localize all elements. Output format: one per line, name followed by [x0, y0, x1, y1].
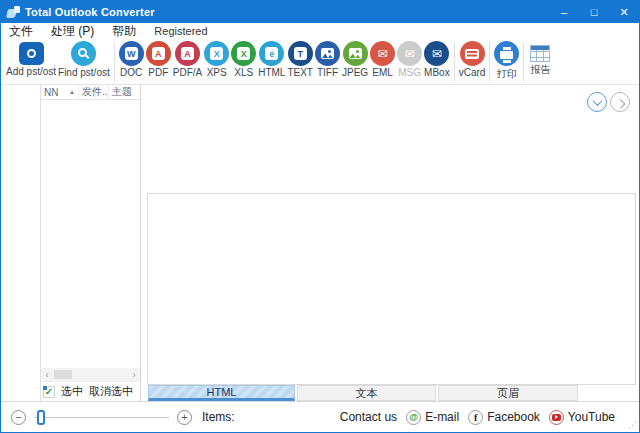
- toolbar-divider: [114, 42, 115, 82]
- html-preview-area[interactable]: [147, 193, 636, 385]
- folder-tree-panel[interactable]: [1, 85, 41, 401]
- toolbar-label-doc: DOC: [120, 67, 142, 78]
- toolbar-label-: 报告: [530, 63, 550, 77]
- message-header-area: [141, 85, 639, 193]
- window-controls: – □ ✕: [549, 1, 639, 23]
- outlook-add-icon: [19, 42, 44, 65]
- menu-file[interactable]: 文件: [9, 23, 33, 40]
- preview-tabs: HTML 文本 页眉: [141, 385, 639, 401]
- list-header: NN ▲ 发件... 主题: [41, 85, 140, 100]
- msg-icon: ✉: [397, 41, 422, 66]
- toolbar-item-add-pst-ost[interactable]: Add pst/ost: [5, 41, 57, 77]
- tab-html[interactable]: HTML: [148, 385, 295, 401]
- toolbar: Add pst/ostFind pst/ostWDOCAPDFAPDF/AXXP…: [1, 39, 639, 85]
- toolbar-item-[interactable]: 报告: [527, 41, 553, 77]
- scroll-right-icon[interactable]: ›: [128, 370, 140, 380]
- search-icon: [71, 41, 96, 66]
- maximize-button[interactable]: □: [579, 1, 609, 23]
- slider-thumb[interactable]: [37, 410, 45, 425]
- resize-grip[interactable]: ⋰: [628, 420, 637, 430]
- sort-asc-icon: ▲: [69, 89, 75, 95]
- status-bar: − + Items: Contact us @ E-mail f Faceboo…: [1, 401, 639, 432]
- toolbar-divider: [489, 42, 490, 82]
- chevron-down-icon: [592, 96, 602, 106]
- email-link[interactable]: @ E-mail: [406, 410, 459, 425]
- toolbar-label-pdf-a: PDF/A: [173, 67, 202, 78]
- toolbar-label-text: TEXT: [287, 67, 313, 78]
- pdf-icon: A: [146, 41, 171, 66]
- toolbar-item-pdf-a[interactable]: APDF/A: [172, 41, 203, 78]
- tiff-icon: [315, 41, 340, 66]
- preview-panel: HTML 文本 页眉: [141, 85, 639, 401]
- content-area: NN ▲ 发件... 主题 ‹ › ✓ 选中 取消选中: [1, 85, 639, 401]
- message-list[interactable]: [41, 100, 140, 368]
- chevron-right-button[interactable]: [610, 92, 630, 112]
- eml-icon: ✉: [370, 41, 395, 66]
- xps-icon: X: [204, 41, 229, 66]
- toolbar-label-add-pst-ost: Add pst/ost: [6, 66, 56, 77]
- check-icon: ✓: [43, 386, 55, 398]
- contact-us-link[interactable]: Contact us: [340, 410, 397, 424]
- deselect-button[interactable]: 取消选中: [89, 384, 133, 399]
- toolbar-item-xps[interactable]: XXPS: [203, 41, 230, 78]
- toolbar-label-msg: MSG: [398, 67, 421, 78]
- toolbar-item-msg[interactable]: ✉MSG: [396, 41, 423, 78]
- scrollbar-thumb[interactable]: [54, 370, 72, 379]
- toolbar-item-doc[interactable]: WDOC: [118, 41, 145, 78]
- toolbar-divider: [454, 42, 455, 82]
- horizontal-scrollbar[interactable]: ‹ ›: [41, 368, 140, 381]
- toolbar-item-vcard[interactable]: vCard: [458, 41, 487, 78]
- toolbar-label-find-pst-ost: Find pst/ost: [58, 67, 110, 78]
- chevron-right-icon: [615, 98, 625, 108]
- toolbar-label-jpeg: JPEG: [342, 67, 368, 78]
- app-logo-icon: [7, 6, 20, 18]
- zoom-in-button[interactable]: +: [177, 410, 192, 425]
- print-icon: [494, 41, 519, 66]
- menu-help[interactable]: 帮助: [112, 23, 136, 40]
- toolbar-item-mbox[interactable]: ✉MBox: [423, 41, 451, 78]
- youtube-link[interactable]: YouTube: [549, 410, 615, 425]
- select-button[interactable]: 选中: [61, 384, 83, 399]
- vcard-icon: [460, 41, 485, 66]
- tab-text[interactable]: 文本: [297, 385, 436, 401]
- toolbar-label-xps: XPS: [207, 67, 227, 78]
- message-list-panel: NN ▲ 发件... 主题 ‹ › ✓ 选中 取消选中: [41, 85, 141, 401]
- mbox-icon: ✉: [424, 41, 449, 66]
- column-header-subject[interactable]: 主题: [109, 85, 140, 99]
- scroll-left-icon[interactable]: ‹: [41, 370, 53, 380]
- toolbar-item-xls[interactable]: XXLS: [230, 41, 257, 78]
- toolbar-label-eml: EML: [372, 67, 393, 78]
- tab-header[interactable]: 页眉: [438, 385, 578, 401]
- chevron-down-button[interactable]: [587, 92, 607, 112]
- pdfa-icon: A: [175, 41, 200, 66]
- toolbar-item-jpeg[interactable]: JPEG: [341, 41, 369, 78]
- zoom-out-button[interactable]: −: [11, 410, 26, 425]
- column-header-from[interactable]: 发件...: [79, 85, 109, 99]
- close-button[interactable]: ✕: [609, 1, 639, 23]
- toolbar-label-: 打印: [497, 67, 517, 81]
- toolbar-item-[interactable]: 打印: [493, 41, 520, 81]
- jpeg-icon: [343, 41, 368, 66]
- minimize-button[interactable]: –: [549, 1, 579, 23]
- html-icon: e: [259, 41, 284, 66]
- facebook-icon: f: [468, 410, 483, 425]
- toolbar-item-text[interactable]: TTEXT: [286, 41, 314, 78]
- selection-toolbar: ✓ 选中 取消选中: [41, 381, 140, 401]
- toolbar-item-pdf[interactable]: APDF: [145, 41, 172, 78]
- toolbar-item-eml[interactable]: ✉EML: [369, 41, 396, 78]
- toolbar-label-xls: XLS: [234, 67, 253, 78]
- toolbar-item-find-pst-ost[interactable]: Find pst/ost: [57, 41, 111, 78]
- toolbar-item-html[interactable]: eHTML: [257, 41, 286, 78]
- toolbar-item-tiff[interactable]: TIFF: [314, 41, 341, 78]
- menu-process[interactable]: 处理 (P): [51, 23, 94, 40]
- xls-icon: X: [231, 41, 256, 66]
- column-header-nn[interactable]: NN ▲: [41, 85, 79, 99]
- facebook-link[interactable]: f Facebook: [468, 410, 540, 425]
- menu-registered[interactable]: Registered: [154, 25, 207, 37]
- text-icon: T: [288, 41, 313, 66]
- menu-bar: 文件 处理 (P) 帮助 Registered: [1, 23, 639, 39]
- zoom-slider[interactable]: [34, 410, 169, 425]
- toolbar-label-mbox: MBox: [424, 67, 450, 78]
- statusbar-links: Contact us @ E-mail f Facebook YouTube: [340, 410, 629, 425]
- title-bar: Total Outlook Converter – □ ✕: [1, 1, 639, 23]
